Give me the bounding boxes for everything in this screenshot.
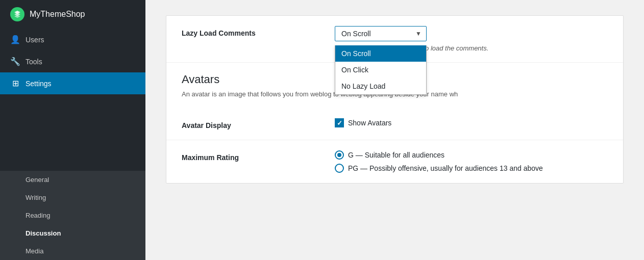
rating-pg-row: PG — Possibly offensive, usually for aud… (335, 164, 608, 173)
show-avatars-label: Show Avatars (348, 119, 391, 127)
tools-icon: 🔧 (10, 57, 20, 66)
sidebar-tools-label: Tools (26, 58, 42, 66)
sidebar-item-settings[interactable]: ⊞ Settings (0, 72, 145, 94)
submenu-discussion-label: Discussion (26, 229, 61, 237)
submenu-writing-label: Writing (26, 194, 46, 201)
rating-pg-label: PG — Possibly offensive, usually for aud… (348, 164, 543, 172)
dropdown-option-on-click[interactable]: On Click (335, 62, 426, 78)
rating-pg-radio[interactable] (335, 164, 344, 173)
sidebar-logo-text: MyThemeShop (30, 10, 85, 19)
sidebar-item-tools[interactable]: 🔧 Tools (0, 50, 145, 72)
sidebar-users-label: Users (26, 36, 44, 44)
main-content: Lazy Load Comments On Scroll On Click No… (145, 0, 644, 260)
show-avatars-checkbox-row: ✓ Show Avatars (335, 118, 608, 127)
sidebar-item-users[interactable]: 👤 Users (0, 29, 145, 50)
rating-g-label: G — Suitable for all audiences (348, 151, 444, 159)
avatar-display-label: Avatar Display (182, 118, 335, 129)
sidebar-settings-label: Settings (26, 80, 52, 88)
lazy-load-select-wrapper: On Scroll On Click No Lazy Load ▼ On Scr… (335, 26, 427, 41)
lazy-load-select[interactable]: On Scroll On Click No Lazy Load (335, 26, 427, 41)
max-rating-label: Maximum Rating (182, 150, 335, 162)
submenu-item-writing[interactable]: Writing (0, 189, 145, 206)
rating-radio-group: G — Suitable for all audiences PG — Poss… (335, 150, 608, 173)
rating-g-radio[interactable] (335, 150, 344, 160)
lazy-load-dropdown: On Scroll On Click No Lazy Load (335, 45, 427, 95)
settings-arrow-icon (131, 80, 135, 88)
submenu-item-reading[interactable]: Reading (0, 206, 145, 224)
max-rating-row: Maximum Rating G — Suitable for all audi… (166, 140, 623, 183)
lazy-load-control: On Scroll On Click No Lazy Load ▼ On Scr… (335, 26, 608, 52)
checkmark-icon: ✓ (337, 120, 342, 126)
show-avatars-checkbox[interactable]: ✓ (335, 118, 344, 127)
lazy-load-row: Lazy Load Comments On Scroll On Click No… (166, 16, 623, 63)
dropdown-option-on-scroll[interactable]: On Scroll (335, 45, 426, 62)
settings-section: Lazy Load Comments On Scroll On Click No… (166, 15, 624, 184)
avatar-display-row: Avatar Display ✓ Show Avatars (166, 108, 623, 140)
settings-icon: ⊞ (10, 79, 20, 88)
rating-g-row: G — Suitable for all audiences (335, 150, 608, 160)
dropdown-option-no-lazy[interactable]: No Lazy Load (335, 78, 426, 94)
sidebar-submenu: General Writing Reading Discussion Media (0, 171, 145, 260)
mythemeshop-logo-icon (10, 7, 24, 21)
submenu-reading-label: Reading (26, 212, 50, 219)
submenu-general-label: General (26, 176, 49, 184)
users-icon: 👤 (10, 35, 20, 44)
submenu-item-media[interactable]: Media (0, 242, 145, 260)
sidebar-menu: 👤 Users 🔧 Tools ⊞ Settings (0, 29, 145, 171)
sidebar-logo[interactable]: MyThemeShop (0, 0, 145, 29)
submenu-item-discussion[interactable]: Discussion (0, 224, 145, 242)
avatar-display-control: ✓ Show Avatars (335, 118, 608, 127)
submenu-item-general[interactable]: General (0, 171, 145, 189)
max-rating-control: G — Suitable for all audiences PG — Poss… (335, 150, 608, 173)
sidebar: MyThemeShop 👤 Users 🔧 Tools ⊞ Settings G… (0, 0, 145, 260)
submenu-media-label: Media (26, 247, 43, 255)
lazy-load-label: Lazy Load Comments (182, 26, 335, 37)
